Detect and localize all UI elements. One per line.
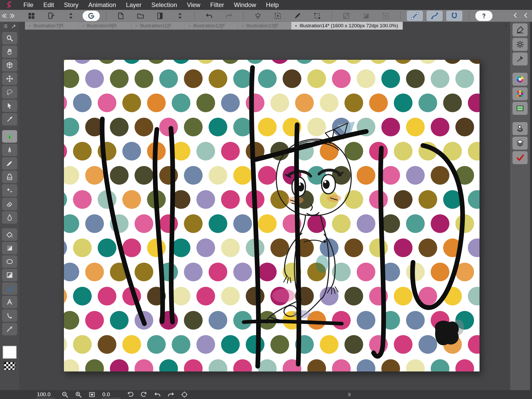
panel-layer-search-icon[interactable] <box>513 122 528 135</box>
tool-ruler-button[interactable] <box>2 282 17 295</box>
collapse-left-panel-icon[interactable] <box>1 12 8 20</box>
tab-illustration9[interactable]: Illustration9[R <box>78 22 131 30</box>
canvas-workspace <box>19 30 510 390</box>
tab-status-icon <box>81 24 85 28</box>
toolbar-edit-page-icon[interactable] <box>43 11 59 21</box>
menu-file[interactable]: File <box>23 1 34 9</box>
toolbar-separator <box>331 11 332 20</box>
tool-text-button[interactable] <box>2 296 17 308</box>
collapse-right-panel-icon[interactable] <box>512 11 519 19</box>
tool-zoom-button[interactable] <box>2 32 17 44</box>
menu-window[interactable]: Window <box>234 1 256 9</box>
tab-label: Illustration12[F <box>193 23 225 29</box>
tool-fill-button[interactable] <box>2 228 17 241</box>
menu-selection[interactable]: Selection <box>151 1 177 9</box>
tool-eraser-button[interactable] <box>2 198 17 210</box>
toolbar-select-area-icon[interactable] <box>270 11 286 21</box>
toolbar-clip-studio-icon[interactable] <box>83 11 100 21</box>
clip-studio-logo-icon[interactable] <box>6 1 14 9</box>
toolbar-open-file-icon[interactable] <box>132 11 149 21</box>
zoom-value[interactable]: 100.0 <box>36 391 55 398</box>
menu-animation[interactable]: Animation <box>88 1 116 9</box>
tab-label: Illustration14* (1600 x 1200px 72dpi 100… <box>300 23 398 29</box>
toolbar-undo-icon[interactable] <box>201 11 217 21</box>
menu-story[interactable]: Story <box>64 1 78 9</box>
panel-brush-settings-icon[interactable] <box>513 52 528 65</box>
expand-left-panel-icon[interactable] <box>9 12 16 20</box>
menu-edit[interactable]: Edit <box>43 1 54 9</box>
tool-figure-button[interactable] <box>2 255 17 268</box>
statusbar-grip-icon[interactable] <box>345 391 353 398</box>
tab-illustration14-active[interactable]: Illustration14* (1600 x 1200px 72dpi 100… <box>291 22 403 30</box>
main-color-swatch[interactable] <box>3 346 17 359</box>
tool-panel <box>0 22 19 390</box>
transparent-color-swatch[interactable] <box>4 362 15 370</box>
toolbar-snap-grid-icon[interactable] <box>446 11 462 21</box>
tool-brush-button[interactable] <box>2 157 17 170</box>
toolbar-snap-special-ruler-icon[interactable] <box>427 11 443 21</box>
toolbar-new-file-icon[interactable] <box>113 11 129 21</box>
toolbar-workspace-grid-icon[interactable] <box>23 11 39 21</box>
tool-list-icon[interactable] <box>3 24 8 29</box>
canvas-artwork <box>64 60 480 371</box>
toolbar-buttons <box>23 11 493 21</box>
undo-icon[interactable] <box>154 391 161 398</box>
panel-layers-icon[interactable] <box>513 137 528 150</box>
toolbar-transform-icon[interactable] <box>309 11 325 21</box>
tab-illustration7[interactable]: Illustration7[R <box>25 22 78 30</box>
tool-hand-button[interactable] <box>2 45 17 58</box>
panel-color-wheel-icon[interactable] <box>513 73 528 86</box>
tool-panel-header <box>3 24 16 29</box>
tool-decoration-button[interactable] <box>2 184 17 197</box>
toolbar-snap-ruler-icon[interactable] <box>407 11 423 21</box>
reset-view-icon[interactable] <box>181 391 188 398</box>
zoom-out-icon[interactable] <box>61 391 69 398</box>
tool-move-button[interactable] <box>2 72 17 85</box>
right-panel-strip <box>510 22 530 390</box>
menu-layer[interactable]: Layer <box>126 1 142 9</box>
panel-layer-check-icon[interactable] <box>513 151 528 164</box>
tool-marker-pen-button[interactable] <box>2 130 17 143</box>
fit-screen-icon[interactable] <box>88 391 96 398</box>
panel-tool-property-icon[interactable] <box>513 38 528 51</box>
tab-overflow-icon[interactable] <box>502 23 510 29</box>
tool-eyedropper-button[interactable] <box>2 113 17 125</box>
tool-operation-button[interactable] <box>2 99 17 112</box>
panel-sub-tool-icon[interactable] <box>513 23 528 36</box>
tool-correct-line-button[interactable] <box>2 323 17 335</box>
menu-view[interactable]: View <box>187 1 201 9</box>
panel-timeline-icon[interactable] <box>513 102 528 115</box>
tab-label: Illustration9[R <box>87 23 117 29</box>
tab-illustration13[interactable]: Illustration13[F <box>238 22 291 30</box>
tool-gradient-button[interactable] <box>2 242 17 254</box>
tab-illustration12[interactable]: Illustration12[F <box>185 22 238 30</box>
tab-illustration11[interactable]: Illustration11[F <box>131 22 185 30</box>
toolbar-page-spinner-icon[interactable] <box>63 11 79 21</box>
rotate-ccw-icon[interactable] <box>127 391 134 398</box>
tool-frame-button[interactable] <box>2 269 17 281</box>
panel-color-set-icon[interactable] <box>513 87 528 100</box>
toolbar-help-icon[interactable] <box>475 11 493 21</box>
menu-filter[interactable]: Filter <box>210 1 224 9</box>
tool-liquify-button[interactable] <box>2 309 17 322</box>
tool-ink-button[interactable] <box>2 171 17 183</box>
toolbar-save-spinner-icon[interactable] <box>172 11 188 21</box>
toolbar-separator <box>106 11 107 20</box>
rotation-value[interactable]: 0.0 <box>102 391 121 398</box>
tool-pen-button[interactable] <box>2 144 17 156</box>
collapse-right-edge-icon[interactable] <box>523 11 529 19</box>
toolbar-spray-icon[interactable] <box>250 11 266 21</box>
toolbar-paint-icon[interactable] <box>289 11 305 21</box>
toolbar-mask-off-icon <box>338 11 354 21</box>
toolbar-save-file-icon[interactable] <box>152 11 168 21</box>
tab-status-icon <box>241 24 244 28</box>
tool-selection-button[interactable] <box>2 86 17 98</box>
rotate-cw-icon[interactable] <box>140 391 148 398</box>
document-canvas[interactable] <box>64 60 480 371</box>
tool-perspective-button[interactable] <box>2 59 17 71</box>
menu-help[interactable]: Help <box>266 1 279 9</box>
tool-blend-button[interactable] <box>2 211 17 224</box>
zoom-in-icon[interactable] <box>75 391 82 398</box>
redo-icon[interactable] <box>167 391 175 398</box>
tool-cursor-icon[interactable] <box>11 24 16 29</box>
